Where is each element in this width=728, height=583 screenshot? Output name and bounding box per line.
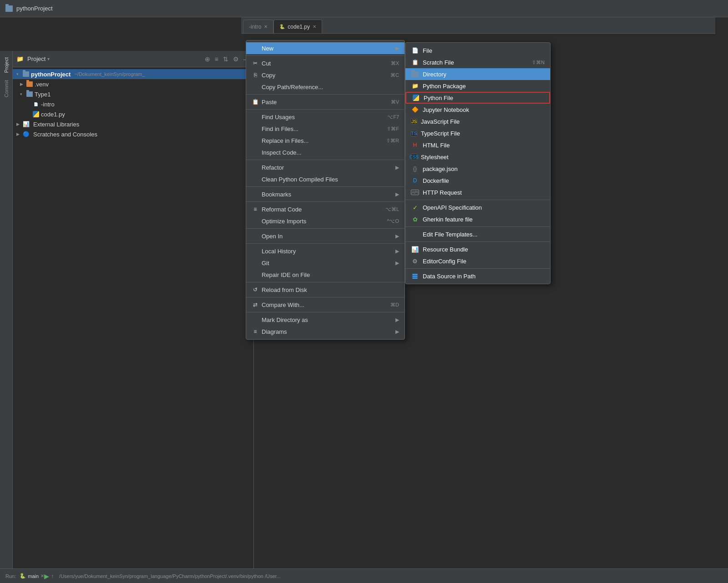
editorconfig-icon: ⚙	[411, 258, 419, 265]
play-button[interactable]: ▶	[44, 573, 49, 580]
menu-label-replaceinfiles: Replace in Files...	[262, 137, 308, 144]
menu-item-refactor[interactable]: Refactor ▶	[246, 161, 404, 173]
project-dropdown-arrow[interactable]: ▾	[47, 56, 50, 61]
folder-icon-type1	[26, 91, 33, 97]
submenu-scratchfile[interactable]: 📋 Scratch File ⇧⌘N	[405, 56, 550, 68]
submenu-directory[interactable]: Directory	[405, 68, 550, 80]
strip-project[interactable]: Project	[2, 55, 11, 75]
json-icon: {}	[411, 166, 419, 172]
menu-item-openin[interactable]: Open In ▶	[246, 230, 404, 242]
menu-item-findinfiles[interactable]: Find in Files... ⇧⌘F	[246, 123, 404, 135]
cut-shortcut: ⌘X	[391, 60, 399, 66]
tab-code1py-close[interactable]: ✕	[313, 24, 316, 29]
compare-icon: ⇄	[252, 302, 259, 308]
submenu-pythonfile[interactable]: Python File	[405, 92, 550, 104]
run-close[interactable]: ✕	[40, 573, 44, 578]
submenu-stylesheet[interactable]: CSS Stylesheet	[405, 151, 550, 163]
project-header: 📁 Project ▾ ⊕ ≡ ⇅ ⚙ —	[13, 51, 253, 67]
menu-label-cut: Cut	[262, 60, 271, 67]
chevron-scratches: ▶	[16, 132, 21, 136]
context-sep9	[246, 282, 404, 282]
submenu-label-pythonfile: Python File	[424, 95, 453, 101]
menu-item-paste[interactable]: 📋 Paste ⌘V	[246, 96, 404, 108]
up-button[interactable]: ↑	[51, 573, 54, 579]
submenu-datasource[interactable]: Data Source in Path	[405, 270, 550, 282]
tree-item-code1py[interactable]: ▶ code1.py	[13, 109, 253, 119]
menu-item-copypath[interactable]: Copy Path/Reference...	[246, 81, 404, 93]
menu-item-replaceinfiles[interactable]: Replace in Files... ⇧⌘R	[246, 135, 404, 146]
reload-icon: ↺	[252, 286, 259, 293]
replaceinfiles-shortcut: ⇧⌘R	[386, 138, 399, 144]
menu-item-bookmarks[interactable]: Bookmarks ▶	[246, 188, 404, 200]
tree-item-intro[interactable]: ▶ 📄 -intro	[13, 99, 253, 109]
menu-item-comparewith[interactable]: ⇄ Compare With... ⌘D	[246, 299, 404, 311]
menu-item-markdiras[interactable]: Mark Directory as ▶	[246, 314, 404, 326]
tree-item-scratches[interactable]: ▶ 🔵 Scratches and Consoles	[13, 129, 253, 139]
menu-item-cleanpython[interactable]: Clean Python Compiled Files	[246, 173, 404, 185]
tree-label-type1: Type1	[35, 91, 51, 98]
submenu-openapi[interactable]: ✓ OpenAPI Specification	[405, 201, 550, 213]
submenu-label-datasource: Data Source in Path	[423, 273, 475, 280]
strip-commit[interactable]: Commit	[2, 77, 11, 100]
menu-item-reformatcode[interactable]: ≡ Reformat Code ⌥⌘L	[246, 203, 404, 215]
submenu-pythonpackage[interactable]: 📁 Python Package	[405, 80, 550, 92]
submenu-typescript[interactable]: TS TypeScript File	[405, 127, 550, 139]
menu-item-inspectcode[interactable]: Inspect Code...	[246, 146, 404, 158]
menu-item-optimizeimports[interactable]: Optimize Imports ^⌥O	[246, 215, 404, 227]
menu-item-repairide[interactable]: Repair IDE on File	[246, 269, 404, 281]
submenu-gherkin[interactable]: ✿ Gherkin feature file	[405, 213, 550, 225]
submenu-label-json: package.json	[423, 166, 458, 172]
submenu-packagejson[interactable]: {} package.json	[405, 163, 550, 175]
tab-intro[interactable]: -intro ✕	[243, 20, 273, 33]
tab-intro-close[interactable]: ✕	[264, 24, 268, 29]
submenu-resourcebundle[interactable]: 📊 Resource Bundle	[405, 243, 550, 255]
chevron-extlibs: ▶	[16, 122, 21, 126]
tree-item-venv[interactable]: ▶ .venv	[13, 79, 253, 89]
tree-item-extlibs[interactable]: ▶ 📊 External Libraries	[13, 119, 253, 129]
scratches-icon: 🔵	[23, 131, 30, 137]
context-sep6	[246, 201, 404, 202]
menu-label-git: Git	[262, 260, 269, 266]
status-bar: Run: 🐍 main ✕ ▶ ↑ /Users/yue/Dokument_ke…	[0, 568, 728, 583]
title-folder-icon	[5, 5, 13, 12]
tree-label-extlibs: External Libraries	[33, 121, 79, 128]
tree-item-pythonproject[interactable]: ▾ pythonProject ~/Dokument_keinSyn/progr…	[13, 69, 253, 79]
file-tree: ▾ pythonProject ~/Dokument_keinSyn/progr…	[13, 67, 253, 583]
context-sep3	[246, 109, 404, 110]
submenu-editfiletemplates[interactable]: Edit File Templates...	[405, 228, 550, 240]
findinfiles-shortcut: ⇧⌘F	[387, 126, 399, 132]
submenu-editorconfig[interactable]: ⚙ EditorConfig File	[405, 255, 550, 267]
header-locate-icon[interactable]: ⊕	[205, 55, 210, 63]
tree-item-type1[interactable]: ▾ Type1	[13, 89, 253, 99]
menu-item-diagrams[interactable]: ≡ Diagrams ▶	[246, 326, 404, 337]
submenu-javascript[interactable]: JS JavaScript File	[405, 116, 550, 127]
menu-item-localhistory[interactable]: Local History ▶	[246, 245, 404, 257]
header-collapse-icon[interactable]: ≡	[215, 55, 218, 63]
title-text: pythonProject	[16, 5, 53, 12]
refactor-arrow: ▶	[395, 165, 399, 171]
http-icon: API	[411, 190, 419, 195]
gherkin-icon: ✿	[411, 216, 419, 223]
header-gear-icon[interactable]: ⚙	[233, 55, 239, 63]
menu-item-reloaddisk[interactable]: ↺ Reload from Disk	[246, 284, 404, 296]
scratch-shortcut: ⇧⌘N	[532, 60, 545, 65]
menu-label-comparewith: Compare With...	[262, 302, 304, 308]
reformat-icon: ≡	[252, 206, 259, 212]
submenu-label-jupyter: Jupyter Notebook	[423, 106, 469, 113]
tab-code1py[interactable]: 🐍 code1.py ✕	[273, 20, 322, 33]
menu-item-cut[interactable]: ✂ Cut ⌘X	[246, 57, 404, 69]
submenu-file[interactable]: 📄 File	[405, 45, 550, 56]
submenu-http[interactable]: API HTTP Request	[405, 186, 550, 198]
chevron-venv: ▶	[20, 82, 25, 86]
menu-item-copy[interactable]: ⎘ Copy ⌘C	[246, 69, 404, 81]
menu-item-findusages[interactable]: Find Usages ⌥F7	[246, 111, 404, 123]
submenu-jupyter[interactable]: 🔶 Jupyter Notebook	[405, 104, 550, 116]
ext-icon: 📊	[23, 121, 30, 127]
folder-icon-pythonproject	[23, 71, 29, 77]
menu-item-git[interactable]: Git ▶	[246, 257, 404, 269]
submenu-html[interactable]: H HTML File	[405, 139, 550, 151]
menu-item-new[interactable]: New ▶ 📄 File 📋 Scratch File ⇧⌘N Director…	[246, 42, 404, 54]
submenu-label-openapi: OpenAPI Specification	[423, 204, 482, 211]
header-options-icon[interactable]: ⇅	[223, 55, 228, 63]
submenu-dockerfile[interactable]: D Dockerfile	[405, 175, 550, 186]
